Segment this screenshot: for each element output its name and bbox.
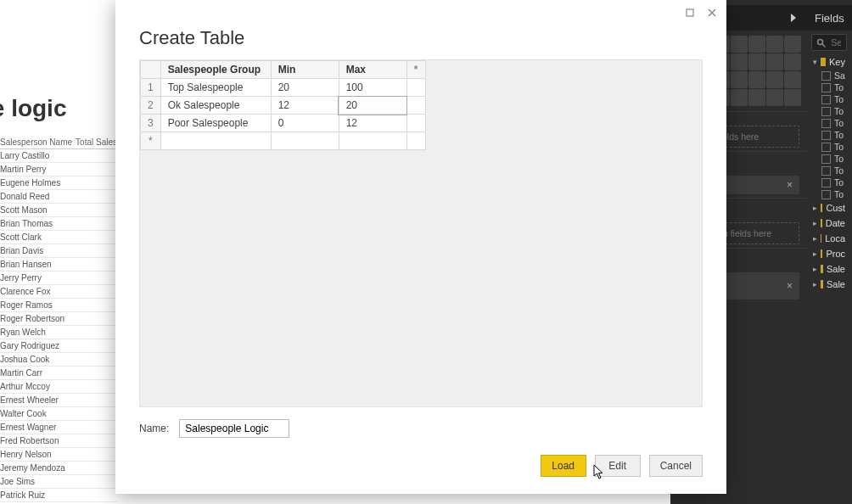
table-row[interactable]: 2 Ok Salespeople 12 20 <box>141 97 426 115</box>
caret-right-icon: ▸ <box>813 249 817 258</box>
field-table-key[interactable]: ▾ Key <box>806 54 852 70</box>
new-row[interactable]: * <box>141 132 426 150</box>
field-table[interactable]: ▸Date <box>806 216 852 231</box>
checkbox-icon[interactable] <box>821 154 831 164</box>
viz-icon[interactable] <box>748 89 765 106</box>
field-table[interactable]: ▸Loca <box>806 231 852 246</box>
cell-extra[interactable] <box>406 97 425 115</box>
cell-group[interactable]: Top Salespeople <box>160 79 271 97</box>
field-item[interactable]: To <box>806 117 852 129</box>
viz-icon[interactable] <box>784 36 801 53</box>
svg-point-0 <box>818 40 823 45</box>
field-item-label: To <box>834 106 844 116</box>
viz-icon[interactable] <box>784 71 801 88</box>
table-name-input[interactable] <box>179 419 289 438</box>
cell-max-editing[interactable]: 20 <box>339 97 406 115</box>
cell-extra[interactable] <box>406 115 425 132</box>
sales-table: Salesperson Name Total Sales Larry Casti… <box>0 136 117 504</box>
viz-icon[interactable] <box>766 36 783 53</box>
name-label: Name: <box>139 423 169 434</box>
field-table[interactable]: ▸Sale <box>806 277 852 292</box>
viz-icon[interactable] <box>748 36 765 53</box>
field-table[interactable]: ▸Proc <box>806 246 852 261</box>
edit-button[interactable]: Edit <box>595 455 641 477</box>
field-item[interactable]: To <box>806 129 852 141</box>
checkbox-icon[interactable] <box>821 71 831 81</box>
remove-filter-icon[interactable]: × <box>787 179 793 191</box>
checkbox-icon[interactable] <box>821 83 831 92</box>
fields-pane: Fields ▾ Key SaToToToToToToToToToTo ▸Cus… <box>806 0 852 504</box>
field-item[interactable]: To <box>806 105 852 117</box>
add-row-button[interactable]: * <box>141 132 161 150</box>
cell-max[interactable]: 100 <box>339 79 406 97</box>
checkbox-icon[interactable] <box>821 119 831 128</box>
field-item[interactable]: To <box>806 141 852 153</box>
viz-icon[interactable] <box>731 53 748 70</box>
col-header-min[interactable]: Min <box>271 61 339 79</box>
cell-group[interactable] <box>160 132 271 150</box>
checkbox-icon[interactable] <box>821 190 831 199</box>
table-row: Walter Cook <box>0 407 117 421</box>
field-item[interactable]: To <box>806 176 852 188</box>
col-header-max[interactable]: Max <box>339 61 406 79</box>
cell-min[interactable]: 12 <box>271 97 339 115</box>
viz-icon[interactable] <box>731 89 748 106</box>
load-button[interactable]: Load <box>541 455 586 477</box>
checkbox-icon[interactable] <box>821 166 831 176</box>
viz-icon[interactable] <box>766 71 783 88</box>
cell-max[interactable] <box>339 132 406 150</box>
cell-min[interactable]: 0 <box>271 115 339 132</box>
checkbox-icon[interactable] <box>821 131 831 140</box>
viz-icon[interactable] <box>784 89 801 106</box>
field-item[interactable]: To <box>806 81 852 93</box>
chevron-right-icon[interactable] <box>789 12 798 25</box>
search-icon <box>816 38 827 48</box>
viz-icon[interactable] <box>784 53 801 70</box>
table-row[interactable]: 3 Poor Salespeople 0 12 <box>141 115 426 132</box>
field-item[interactable]: To <box>806 165 852 176</box>
field-item[interactable]: To <box>806 93 852 105</box>
close-button[interactable] <box>704 5 720 20</box>
viz-icon[interactable] <box>766 89 783 106</box>
maximize-button[interactable] <box>682 5 698 20</box>
field-item-label: To <box>834 154 844 164</box>
cell-min[interactable]: 20 <box>271 79 339 97</box>
table-row: Joe Sims <box>0 475 117 489</box>
checkbox-icon[interactable] <box>821 143 831 152</box>
field-item-label: To <box>834 82 844 92</box>
field-table-label: Loca <box>825 233 845 244</box>
field-table[interactable]: ▸Cust <box>806 200 852 216</box>
add-column-button[interactable]: * <box>406 61 425 79</box>
field-item-label: To <box>834 177 844 188</box>
table-editor[interactable]: Salespeople Group Min Max * 1 Top Salesp… <box>139 59 703 407</box>
field-table-label: Key <box>829 57 845 67</box>
viz-icon[interactable] <box>731 71 748 88</box>
field-table[interactable]: ▸Sale <box>806 261 852 277</box>
fields-pane-header[interactable]: Fields <box>806 5 852 31</box>
cell-min[interactable] <box>271 132 339 150</box>
table-row[interactable]: 1 Top Salespeople 20 100 <box>141 79 426 97</box>
cell-extra[interactable] <box>406 79 425 97</box>
checkbox-icon[interactable] <box>821 178 831 188</box>
cell-group[interactable]: Poor Salespeople <box>160 115 271 132</box>
col-header-group[interactable]: Salespeople Group <box>160 61 271 79</box>
checkbox-icon[interactable] <box>821 95 831 104</box>
cell-max[interactable]: 12 <box>339 115 406 132</box>
field-item[interactable]: To <box>806 188 852 200</box>
cell-group[interactable]: Ok Salespeople <box>160 97 271 115</box>
viz-icon[interactable] <box>766 53 783 70</box>
cell-extra[interactable] <box>406 132 425 150</box>
cancel-button[interactable]: Cancel <box>649 455 703 477</box>
viz-icon[interactable] <box>748 53 765 70</box>
field-table-label: Cust <box>826 203 845 213</box>
field-search[interactable] <box>806 31 852 54</box>
checkbox-icon[interactable] <box>821 107 831 116</box>
viz-icon[interactable] <box>731 36 748 53</box>
remove-filter-icon[interactable]: × <box>787 280 793 292</box>
table-row: Arthur Mccoy <box>0 380 117 394</box>
table-row: Joshua Cook <box>0 353 117 367</box>
field-item[interactable]: To <box>806 153 852 165</box>
viz-icon[interactable] <box>748 71 765 88</box>
table-row: Scott Mason <box>0 204 117 217</box>
field-item[interactable]: Sa <box>806 70 852 81</box>
